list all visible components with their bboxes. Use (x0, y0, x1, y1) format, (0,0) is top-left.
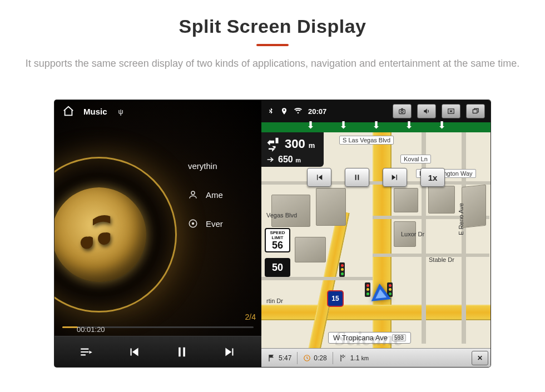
street-label: Luxor Dr (398, 230, 427, 238)
speed-limit-sign: SPEED LIMIT 56 (265, 228, 290, 252)
volume-icon[interactable] (417, 104, 436, 118)
distance-remaining-cell[interactable]: 1.1 km (333, 354, 374, 363)
street-label: Vegas Blvd (264, 211, 300, 219)
title-underline (256, 44, 289, 46)
current-speed: 50 (265, 258, 290, 277)
lane-arrow-icon: ⬇ (306, 121, 315, 129)
turn-instruction: 300 m 650 m (261, 132, 324, 167)
artist-row: Ame (188, 190, 223, 200)
svg-point-0 (191, 191, 195, 195)
svg-point-4 (401, 111, 403, 113)
person-icon (188, 190, 198, 200)
clock-icon (303, 354, 311, 362)
music-body: verythin Ame Ever 2/4 00:01:20 (54, 122, 261, 367)
turn-left-then-right-icon (266, 136, 283, 152)
multitask-icon[interactable] (466, 104, 485, 118)
usb-icon: ψ (118, 107, 123, 116)
lane-arrow-icon: ⬇ (339, 121, 348, 129)
close-sim-button[interactable]: ✕ (472, 351, 488, 365)
track-counter: 2/4 (245, 312, 256, 321)
svg-rect-6 (473, 110, 477, 113)
track-list: verythin Ame Ever (188, 161, 223, 229)
music-status-bar: Music ψ (54, 100, 261, 122)
svg-rect-8 (340, 355, 341, 361)
page-subtitle: It supports the same screen display of t… (22, 56, 523, 71)
page-title: Split Screen Display (0, 16, 545, 37)
music-controls (54, 336, 261, 367)
album-art-icon (54, 187, 146, 282)
svg-rect-11 (343, 355, 344, 356)
street-label: Koval Ln (400, 155, 431, 163)
sim-prev-icon[interactable] (307, 168, 331, 187)
lane-arrow-icon: ⬇ (372, 121, 380, 129)
right-arrow-icon (266, 155, 275, 164)
disc-icon (188, 219, 198, 229)
nav-bottom-bar: 5:47 0:28 1.1 km ✕ (261, 348, 490, 367)
music-pane: Music ψ verythin (54, 100, 261, 367)
street-label: S Las Vegas Blvd (339, 136, 394, 145)
svg-rect-12 (341, 356, 342, 358)
interstate-shield: 15 (327, 290, 344, 307)
destination-flag-icon (339, 354, 348, 363)
street-label: rtin Dr (264, 297, 286, 305)
svg-rect-10 (344, 355, 345, 356)
wifi-icon (294, 107, 303, 115)
lane-arrow-icon: ⬇ (405, 121, 413, 129)
music-header-label: Music (83, 107, 107, 116)
artist-partial: Ame (206, 190, 223, 200)
playlist-icon[interactable] (78, 344, 95, 360)
vehicle-position-icon (370, 282, 392, 301)
album-art-ring (54, 157, 177, 312)
sim-pause-icon[interactable] (345, 168, 369, 187)
flag-icon (267, 354, 276, 363)
lane-guidance-strip: ⬇ ⬇ ⬇ ⬇ ⬇ (261, 122, 490, 132)
prev-track-icon[interactable] (126, 344, 142, 360)
next-track-icon[interactable] (221, 344, 238, 360)
svg-rect-13 (344, 356, 345, 358)
album-row: Ever (188, 219, 223, 229)
pause-icon[interactable] (174, 344, 190, 360)
location-icon (280, 107, 288, 115)
nav-status-bar: 20:07 (261, 100, 490, 122)
eta-cell[interactable]: 5:47 (261, 354, 297, 363)
close-window-icon[interactable] (442, 104, 460, 118)
svg-rect-9 (341, 355, 342, 356)
street-label: E Reno Ave (457, 200, 465, 238)
screenshot-icon[interactable] (393, 104, 412, 118)
street-label: Stable Dr (426, 256, 457, 264)
elapsed-time: 00:01:20 (77, 325, 105, 334)
lane-arrow-icon: ⬇ (438, 121, 446, 129)
clock: 20:07 (308, 107, 326, 116)
device-screen: Music ψ verythin (54, 100, 490, 367)
bluetooth-icon (267, 107, 275, 115)
current-street-banner: W Tropicana Ave 593 (328, 332, 411, 344)
track-title-row: verythin (188, 161, 223, 171)
track-title-partial: verythin (188, 161, 217, 171)
nav-pane: 20:07 ⬇ ⬇ ⬇ ⬇ ⬇ (261, 100, 490, 367)
time-remaining-cell[interactable]: 0:28 (298, 354, 332, 362)
sim-next-icon[interactable] (383, 168, 407, 187)
home-icon[interactable] (62, 105, 75, 117)
sim-speed-button[interactable]: 1x (420, 168, 445, 187)
svg-point-2 (192, 223, 194, 225)
album-partial: Ever (206, 219, 223, 229)
